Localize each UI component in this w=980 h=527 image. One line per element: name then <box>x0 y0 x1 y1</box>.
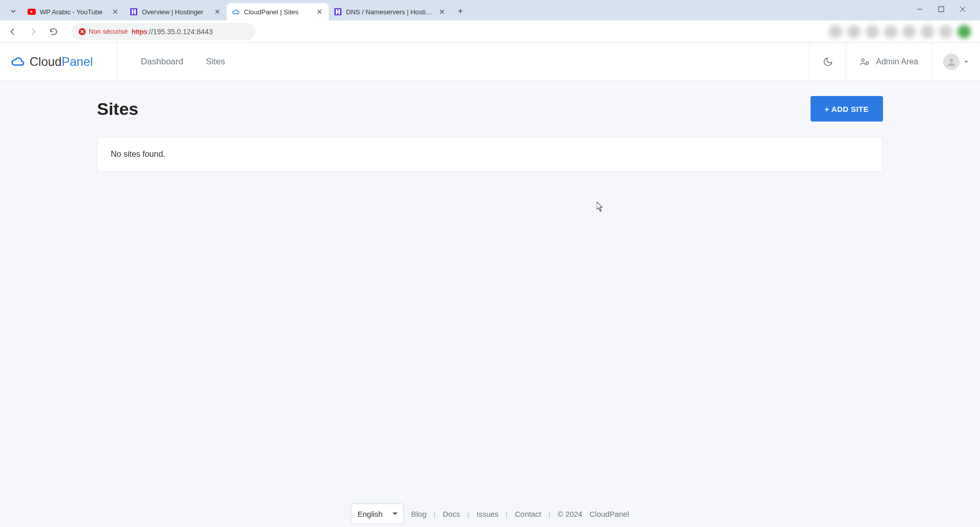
hostinger-icon <box>130 8 138 16</box>
browser-tab-strip: WP Arabic - YouTube ✕ Overview | Hosting… <box>0 0 980 20</box>
tab-title: WP Arabic - YouTube <box>40 8 107 16</box>
reload-icon <box>49 27 58 36</box>
users-gear-icon <box>860 57 870 67</box>
footer-brand: CloudPanel <box>590 510 629 518</box>
tab-search-button[interactable] <box>6 4 20 18</box>
language-select[interactable]: English <box>351 504 404 524</box>
tab-close-button[interactable]: ✕ <box>315 8 324 16</box>
svg-point-8 <box>949 58 953 62</box>
close-window-button[interactable] <box>955 2 970 16</box>
url-field[interactable]: Non sécurisé https://195.35.0.124:8443 <box>71 23 255 40</box>
browser-tab-active[interactable]: CloudPanel | Sites ✕ <box>227 3 329 20</box>
theme-toggle[interactable] <box>809 43 846 80</box>
url-text: https://195.35.0.124:8443 <box>132 28 213 36</box>
separator: | <box>506 510 508 518</box>
maximize-button[interactable] <box>934 2 948 16</box>
extension-icon[interactable] <box>902 25 916 38</box>
moon-icon <box>823 57 833 67</box>
cloudpanel-icon <box>232 8 240 16</box>
browser-tab[interactable]: DNS / Nameservers | Hostinger ✕ <box>329 3 451 20</box>
caret-down-icon <box>964 59 969 64</box>
separator: | <box>548 510 550 518</box>
arrow-left-icon <box>8 27 17 36</box>
main-nav: Dashboard Sites <box>117 57 225 67</box>
browser-tab[interactable]: WP Arabic - YouTube ✕ <box>22 3 125 20</box>
avatar <box>943 54 960 70</box>
extension-icon[interactable] <box>884 25 897 38</box>
footer-docs-link[interactable]: Docs <box>443 510 460 518</box>
empty-message: No sites found. <box>111 150 869 159</box>
maximize-icon <box>938 6 944 12</box>
extension-icon[interactable] <box>866 25 879 38</box>
svg-point-6 <box>862 59 864 61</box>
tab-close-button[interactable]: ✕ <box>111 8 119 16</box>
tab-title: DNS / Nameservers | Hostinger <box>346 8 434 16</box>
warning-icon <box>79 28 86 35</box>
arrow-right-icon <box>29 27 38 36</box>
profile-avatar[interactable] <box>958 25 971 38</box>
chevron-down-icon <box>10 8 16 14</box>
close-icon <box>960 6 966 12</box>
tab-close-button[interactable]: ✕ <box>438 8 446 16</box>
address-bar: Non sécurisé https://195.35.0.124:8443 <box>0 20 980 43</box>
footer-blog-link[interactable]: Blog <box>411 510 426 518</box>
minimize-icon <box>917 6 923 12</box>
separator: | <box>434 510 436 518</box>
logo[interactable]: CloudPanel <box>0 43 117 80</box>
tab-close-button[interactable]: ✕ <box>213 8 222 16</box>
user-menu[interactable] <box>932 43 980 80</box>
insecure-label: Non sécurisé <box>89 28 128 35</box>
extension-icon[interactable] <box>939 25 952 38</box>
extensions-area <box>829 25 976 38</box>
extension-icon[interactable] <box>921 25 934 38</box>
extension-icon[interactable] <box>847 25 861 38</box>
window-controls <box>906 2 976 20</box>
tab-title: CloudPanel | Sites <box>244 8 311 16</box>
tab-title: Overview | Hostinger <box>142 8 209 16</box>
svg-rect-4 <box>939 7 944 12</box>
sites-card: No sites found. <box>97 137 883 172</box>
cloudpanel-logo-icon <box>10 54 26 69</box>
browser-tab[interactable]: Overview | Hostinger ✕ <box>125 3 227 20</box>
app-header: CloudPanel Dashboard Sites Admin Area <box>0 43 980 81</box>
footer-issues-link[interactable]: Issues <box>477 510 499 518</box>
reload-button[interactable] <box>45 23 62 40</box>
youtube-icon <box>28 8 36 16</box>
minimize-button[interactable] <box>913 2 927 16</box>
url-rest: ://195.35.0.124:8443 <box>147 28 212 36</box>
hostinger-icon <box>334 8 342 16</box>
nav-sites[interactable]: Sites <box>206 57 225 67</box>
user-icon <box>946 56 957 67</box>
new-tab-button[interactable]: + <box>453 4 468 18</box>
logo-text-cloud: Cloud <box>30 55 62 68</box>
footer: English Blog | Docs | Issues | Contact |… <box>0 504 980 524</box>
nav-dashboard[interactable]: Dashboard <box>141 57 183 67</box>
forward-button[interactable] <box>24 23 42 40</box>
logo-text-panel: Panel <box>62 55 93 68</box>
footer-contact-link[interactable]: Contact <box>515 510 542 518</box>
separator: | <box>468 510 470 518</box>
admin-area-label: Admin Area <box>876 57 918 66</box>
footer-copyright: © 2024 <box>557 510 582 518</box>
url-protocol: https <box>132 28 147 36</box>
extension-icon[interactable] <box>829 25 842 38</box>
admin-area-link[interactable]: Admin Area <box>846 43 932 80</box>
page-title: Sites <box>97 99 138 119</box>
insecure-badge: Non sécurisé <box>79 28 128 35</box>
add-site-button[interactable]: + ADD SITE <box>811 96 883 122</box>
back-button[interactable] <box>4 23 21 40</box>
cursor-icon <box>597 202 604 212</box>
content-area: Sites + ADD SITE No sites found. <box>0 81 980 172</box>
